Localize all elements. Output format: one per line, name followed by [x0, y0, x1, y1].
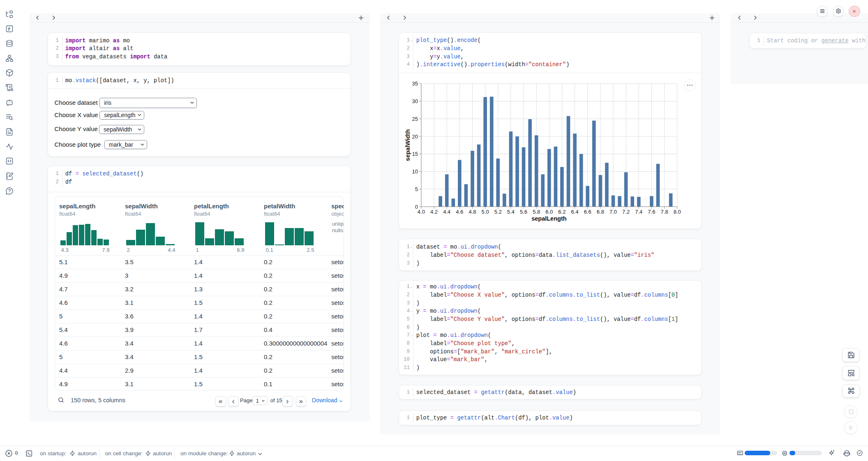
- svg-text:5.2: 5.2: [494, 209, 501, 215]
- svg-text:8.0: 8.0: [673, 209, 681, 215]
- svg-text:4.4: 4.4: [443, 209, 450, 215]
- svg-text:7.4: 7.4: [635, 209, 642, 215]
- svg-text:5.6: 5.6: [520, 209, 527, 215]
- svg-text:4.8: 4.8: [469, 209, 476, 215]
- svg-text:20: 20: [412, 134, 418, 140]
- svg-text:6.6: 6.6: [584, 209, 591, 215]
- svg-text:5.4: 5.4: [507, 209, 515, 215]
- svg-text:7.8: 7.8: [660, 209, 668, 215]
- svg-text:4.6: 4.6: [456, 209, 463, 215]
- svg-text:6.8: 6.8: [597, 209, 604, 215]
- svg-text:7.6: 7.6: [648, 209, 655, 215]
- svg-text:4.0: 4.0: [418, 209, 425, 215]
- svg-text:6.0: 6.0: [545, 209, 553, 215]
- svg-text:5.0: 5.0: [481, 209, 489, 215]
- svg-text:sepalLength: sepalLength: [531, 215, 566, 222]
- svg-text:15: 15: [412, 151, 418, 157]
- svg-text:10: 10: [412, 168, 418, 175]
- svg-text:4.2: 4.2: [430, 209, 438, 215]
- svg-text:6.4: 6.4: [571, 209, 578, 215]
- svg-text:7.0: 7.0: [609, 209, 617, 215]
- svg-text:35: 35: [412, 81, 418, 87]
- svg-text:5: 5: [415, 186, 418, 192]
- svg-text:25: 25: [412, 116, 418, 122]
- svg-text:sepalWidth: sepalWidth: [404, 129, 411, 161]
- svg-text:30: 30: [412, 98, 418, 104]
- svg-text:7.2: 7.2: [622, 209, 630, 215]
- svg-text:5.8: 5.8: [533, 209, 540, 215]
- svg-text:0: 0: [415, 204, 418, 210]
- svg-text:6.2: 6.2: [558, 209, 566, 215]
